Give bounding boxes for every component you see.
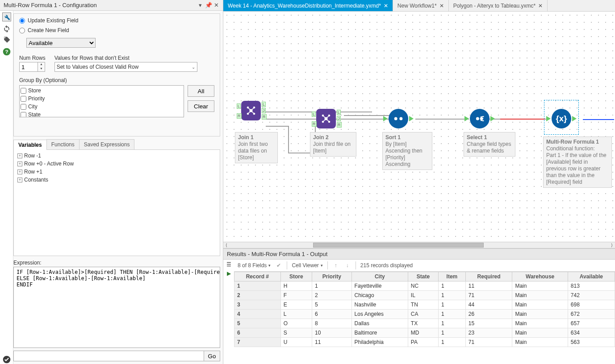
column-header[interactable]: Record #	[234, 272, 281, 281]
column-header[interactable]: City	[351, 272, 408, 281]
tree-node-label: Row -1	[24, 153, 41, 159]
scroll-thumb[interactable]	[313, 243, 484, 248]
radio-create-new[interactable]: Create New Field	[19, 27, 214, 33]
table-cell: 7	[234, 338, 281, 347]
results-grid[interactable]: Record #StorePriorityCityStateItemRequir…	[234, 272, 615, 347]
tree-node[interactable]: +Row -1	[17, 152, 216, 160]
close-icon[interactable]: ✕	[213, 2, 219, 8]
tab-close-icon[interactable]: ✕	[439, 3, 444, 9]
fields-dropdown[interactable]: 8 of 8 Fields▾	[238, 262, 271, 269]
table-cell: TN	[408, 300, 438, 310]
groupby-all-button[interactable]: All	[188, 85, 214, 97]
table-cell: H	[280, 281, 312, 291]
help-icon[interactable]: ?	[2, 47, 11, 56]
svg-point-21	[394, 117, 397, 120]
column-header[interactable]: Item	[439, 272, 466, 281]
table-cell: Main	[512, 281, 568, 291]
cellviewer-dropdown[interactable]: Cell Viewer▾	[292, 262, 322, 269]
go-button[interactable]: Go	[204, 351, 220, 361]
table-cell: 8	[312, 319, 352, 328]
groupby-clear-button[interactable]: Clear	[188, 100, 214, 112]
column-header[interactable]: Warehouse	[512, 272, 568, 281]
table-row[interactable]: 3E5NashvilleTN144Main698	[234, 300, 615, 310]
valuesrow-select[interactable]: Set to Values of Closest Valid Row ⌄	[54, 62, 197, 72]
tree-node[interactable]: +Row +0 - Active Row	[17, 160, 216, 168]
go-input[interactable]	[13, 351, 204, 361]
tab-close-icon[interactable]: ✕	[538, 3, 543, 9]
table-row[interactable]: 7U11PhiladelphiaPA171Main563	[234, 338, 615, 347]
tree-node[interactable]: +Row +1	[17, 168, 216, 176]
radio-update-existing[interactable]: Update Existing Field	[19, 17, 214, 24]
results-toolbar: 8 of 8 Fields▾ ✔ Cell Viewer▾ ↑ ↓ 215 re…	[234, 260, 615, 272]
expression-editor[interactable]: IF [Row-1:Available]>[Required] THEN [Ro…	[13, 267, 220, 348]
expand-icon[interactable]: +	[17, 170, 22, 174]
groupby-item-label: Store	[28, 87, 41, 94]
list-view-icon[interactable]: ☰	[224, 261, 233, 269]
scroll-left-icon[interactable]: ⟨	[223, 243, 230, 248]
tool-select1[interactable]	[470, 109, 489, 128]
workflow-canvas[interactable]: L R L J R Join 1Join first two data file…	[223, 12, 615, 242]
document-tab[interactable]: Polygon - Alteryx to Tableau.yxmc*✕	[449, 0, 548, 11]
expand-icon[interactable]: +	[17, 161, 22, 166]
tab-close-icon[interactable]: ✕	[384, 3, 388, 9]
sort-asc-icon[interactable]: ↑	[332, 262, 339, 269]
tool-multirow-formula[interactable]: {x}	[552, 109, 571, 128]
refresh-icon[interactable]	[2, 24, 11, 33]
table-row[interactable]: 6S10BaltimoreMD123Main634	[234, 328, 615, 338]
groupby-checkbox[interactable]	[21, 96, 26, 102]
field-select[interactable]: Available	[26, 38, 96, 48]
tab-variables[interactable]: Variables	[13, 140, 47, 150]
groupby-item[interactable]: Priority	[21, 95, 183, 103]
pin-icon[interactable]: 📌	[205, 2, 211, 8]
table-cell: 4	[234, 310, 281, 319]
column-header[interactable]: Available	[568, 272, 615, 281]
document-tab[interactable]: New Workflow1*✕	[393, 0, 449, 11]
tool-sort1[interactable]	[389, 109, 408, 128]
column-header[interactable]: Required	[465, 272, 512, 281]
table-cell: 634	[568, 328, 615, 338]
canvas-hscrollbar[interactable]: ⟨ ⟩	[223, 242, 615, 248]
tool-join1[interactable]: L R L J R	[241, 101, 261, 120]
dropdown-icon[interactable]: ▾	[197, 2, 203, 8]
scroll-right-icon[interactable]: ⟩	[609, 243, 615, 248]
tool-join2[interactable]: L R L J R	[316, 109, 336, 128]
db-view-icon[interactable]: ▶	[224, 269, 233, 277]
column-header[interactable]: State	[408, 272, 438, 281]
groupby-item[interactable]: Store	[21, 87, 183, 95]
tab-saved-expressions[interactable]: Saved Expressions	[79, 139, 135, 149]
numrows-input[interactable]	[20, 62, 38, 71]
tag-icon[interactable]	[2, 36, 11, 45]
tab-functions[interactable]: Functions	[46, 139, 79, 149]
table-row[interactable]: 5O8DallasTX115Main657	[234, 319, 615, 328]
config-form: Update Existing Field Create New Field A…	[13, 13, 220, 136]
table-row[interactable]: 4L6Los AngelesCA126Main672	[234, 310, 615, 319]
groupby-checkbox[interactable]	[21, 88, 26, 94]
groupby-list[interactable]: StorePriorityCityState	[19, 85, 184, 117]
document-tab[interactable]: Week 14 - Analytics_WarehouseDistributio…	[223, 0, 393, 11]
spinner-down-icon[interactable]: ▼	[38, 67, 45, 71]
groupby-item[interactable]: City	[21, 103, 183, 111]
spinner-up-icon[interactable]: ▲	[38, 62, 45, 67]
check-icon[interactable]: ✔	[275, 262, 282, 269]
numrows-stepper[interactable]: ▲▼	[19, 62, 45, 72]
tree-node[interactable]: +Constants	[17, 176, 216, 184]
wrench-icon[interactable]	[2, 12, 11, 21]
expand-icon[interactable]: +	[17, 153, 22, 158]
variables-tree[interactable]: +Row -1+Row +0 - Active Row+Row +1+Const…	[13, 150, 220, 256]
table-row[interactable]: 2F2ChicagoIL171Main742	[234, 291, 615, 300]
column-header[interactable]: Store	[280, 272, 312, 281]
column-header[interactable]: Priority	[312, 272, 352, 281]
svg-line-11	[251, 111, 254, 114]
radio-create-input[interactable]	[19, 28, 25, 33]
table-row[interactable]: 1H1FayettevilleNC111Main813	[234, 281, 615, 291]
table-cell: 1	[234, 281, 281, 291]
apply-icon[interactable]	[2, 355, 11, 364]
tree-node-label: Row +0 - Active Row	[24, 161, 74, 167]
groupby-item[interactable]: State	[21, 111, 183, 117]
groupby-checkbox[interactable]	[21, 112, 26, 118]
table-cell: 1	[312, 281, 352, 291]
expand-icon[interactable]: +	[17, 178, 22, 182]
sort-desc-icon[interactable]: ↓	[344, 262, 351, 269]
groupby-checkbox[interactable]	[21, 104, 26, 110]
radio-update-input[interactable]	[19, 18, 25, 24]
